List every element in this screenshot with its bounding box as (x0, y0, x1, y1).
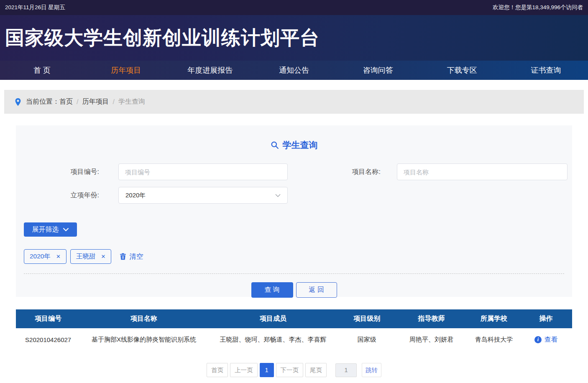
view-link-label: 查看 (545, 335, 557, 344)
cell-teachers: 周艳平、刘妍君 (395, 328, 468, 351)
page-first-button[interactable]: 首页 (207, 363, 228, 377)
x-remove-icon[interactable]: ✕ (101, 254, 105, 259)
page-next-button[interactable]: 下一页 (276, 363, 304, 377)
page-number-current[interactable]: 1 (260, 363, 274, 377)
filter-tag-student: 王晓甜 ✕ (70, 249, 111, 264)
nav-item-past-projects[interactable]: 历年项目 (84, 61, 168, 80)
query-button[interactable]: 查 询 (251, 282, 293, 298)
project-name-label: 项目名称: (342, 168, 381, 176)
col-project-name: 项目名称 (80, 309, 207, 328)
site-title: 国家级大学生创新创业训练计划平台 (5, 25, 320, 51)
table-header-row: 项目编号 项目名称 项目成员 项目级别 指导教师 所属学校 操作 (16, 309, 572, 328)
filter-tag-label: 王晓甜 (76, 252, 96, 261)
col-project-no: 项目编号 (16, 309, 80, 328)
breadcrumb-separator: / (112, 98, 114, 106)
x-remove-icon[interactable]: ✕ (56, 254, 61, 259)
year-select[interactable]: 2020年 (118, 187, 288, 204)
visitor-counter: 欢迎您！您是第18,349,996个访问者 (493, 4, 583, 11)
year-select-value: 2020年 (125, 192, 146, 199)
page-last-button[interactable]: 尾页 (305, 363, 327, 377)
expand-filter-button[interactable]: 展开筛选 (24, 222, 77, 237)
search-icon (271, 141, 279, 149)
chevron-down-icon (275, 194, 281, 197)
form-row-1: 项目编号: 项目名称: (16, 163, 572, 180)
filter-tag-label: 2020年 (30, 252, 51, 261)
nav-item-annual-reports[interactable]: 年度进展报告 (168, 61, 252, 80)
nav-item-home[interactable]: 首 页 (0, 61, 84, 80)
page-prev-button[interactable]: 上一页 (230, 363, 258, 377)
year-label: 立项年份: (61, 191, 99, 200)
breadcrumb-prefix: 当前位置： (26, 97, 59, 106)
breadcrumb-home[interactable]: 首页 (59, 97, 73, 106)
cell-members: 王晓甜、饶珂、郑畅道、李杰、李喜辉 (207, 328, 339, 351)
project-no-label: 项目编号: (61, 168, 99, 176)
cell-level: 国家级 (339, 328, 395, 351)
chevron-down-icon (63, 227, 69, 232)
project-no-input[interactable] (118, 163, 288, 180)
nav-item-downloads[interactable]: 下载专区 (420, 61, 504, 80)
breadcrumb: 当前位置： 首页 / 历年项目 / 学生查询 (4, 90, 584, 114)
project-name-input[interactable] (397, 163, 568, 180)
filter-tag-year: 2020年 ✕ (24, 249, 66, 264)
breadcrumb-current-page: 学生查询 (118, 97, 145, 106)
top-bar: 2021年11月26日 星期五 欢迎您！您是第18,349,996个访问者 (0, 0, 588, 15)
view-link[interactable]: i 查看 (534, 335, 557, 344)
main-nav: 首 页 历年项目 年度进展报告 通知公告 咨询问答 下载专区 证书查询 (0, 61, 588, 80)
nav-item-notices[interactable]: 通知公告 (252, 61, 336, 80)
page-jump-button[interactable]: 跳转 (362, 363, 381, 377)
cell-project-name: 基于胸部X线影像的肺炎智能识别系统 (80, 328, 207, 351)
site-header: 国家级大学生创新创业训练计划平台 (0, 15, 588, 61)
breadcrumb-separator: / (77, 98, 78, 106)
panel-title: 学生查询 (16, 139, 572, 151)
form-row-2: 立项年份: 2020年 (16, 187, 572, 204)
col-level: 项目级别 (339, 309, 395, 328)
cell-project-no: S202010426027 (16, 328, 80, 351)
location-pin-icon (15, 98, 21, 106)
student-query-panel: 学生查询 项目编号: 项目名称: 立项年份: 2020年 展开筛选 (16, 125, 572, 297)
dashed-divider (24, 273, 564, 274)
query-form: 项目编号: 项目名称: 立项年份: 2020年 (16, 163, 572, 204)
table-row: S202010426027 基于胸部X线影像的肺炎智能识别系统 王晓甜、饶珂、郑… (16, 328, 572, 351)
trash-icon (120, 253, 126, 260)
current-date: 2021年11月26日 星期五 (5, 4, 65, 11)
back-button[interactable]: 返 回 (296, 282, 337, 298)
panel-title-text: 学生查询 (283, 139, 318, 151)
expand-filter-label: 展开筛选 (32, 225, 59, 234)
breadcrumb-past-projects[interactable]: 历年项目 (82, 97, 109, 106)
col-action: 操作 (520, 309, 572, 328)
filter-tags: 2020年 ✕ 王晓甜 ✕ 清空 (24, 249, 572, 264)
results-table: 项目编号 项目名称 项目成员 项目级别 指导教师 所属学校 操作 S202010… (16, 309, 572, 351)
col-members: 项目成员 (207, 309, 339, 328)
clear-filters-button[interactable]: 清空 (120, 252, 143, 261)
cell-school: 青岛科技大学 (468, 328, 520, 351)
form-actions: 查 询 返 回 (16, 282, 572, 298)
col-teachers: 指导教师 (395, 309, 468, 328)
page-jump-input[interactable] (335, 363, 357, 377)
info-circle-icon: i (534, 336, 542, 343)
nav-item-certificate-query[interactable]: 证书查询 (504, 61, 588, 80)
cell-action: i 查看 (520, 328, 572, 351)
pagination: 首页 上一页 1 下一页 尾页 跳转 (0, 363, 588, 377)
col-school: 所属学校 (468, 309, 520, 328)
clear-filters-label: 清空 (129, 252, 143, 261)
nav-item-qa[interactable]: 咨询问答 (336, 61, 420, 80)
